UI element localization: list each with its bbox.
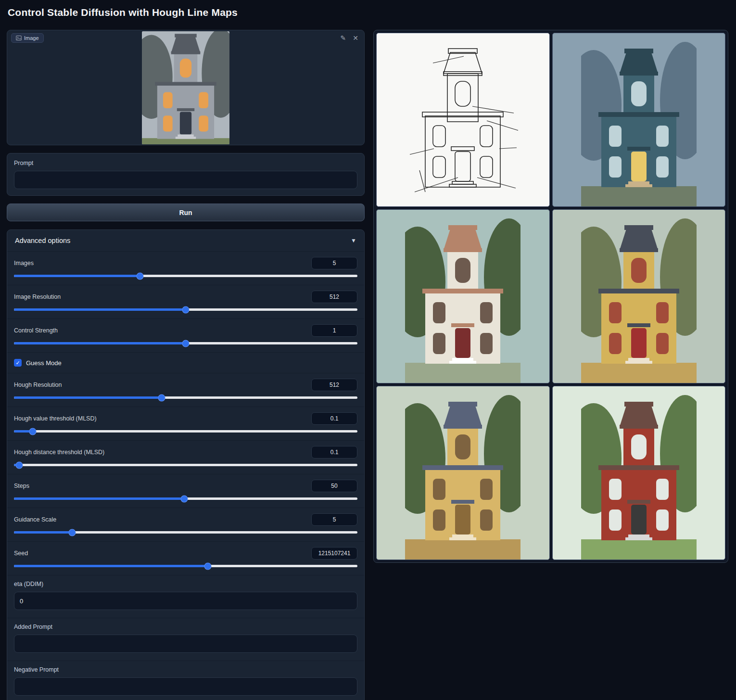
output-gallery bbox=[373, 30, 728, 563]
slider-value-box[interactable]: 0.1 bbox=[311, 412, 357, 425]
slider-row: Seed 1215107241 bbox=[7, 541, 364, 575]
prompt-label: Prompt bbox=[14, 160, 357, 166]
page-title: Control Stable Diffusion with Hough Line… bbox=[8, 7, 238, 18]
slider-handle[interactable] bbox=[204, 562, 212, 570]
slider-value-box[interactable]: 0.1 bbox=[311, 446, 357, 458]
slider-handle[interactable] bbox=[158, 394, 165, 401]
slider-label: Hough Resolution bbox=[14, 382, 62, 388]
slider-value-box[interactable]: 50 bbox=[311, 480, 357, 492]
slider-track[interactable] bbox=[14, 464, 357, 466]
slider-value-box[interactable]: 512 bbox=[311, 291, 357, 303]
slider-handle[interactable] bbox=[181, 495, 188, 502]
slider-track[interactable] bbox=[14, 308, 357, 311]
gallery-item[interactable] bbox=[552, 33, 726, 207]
clear-image-icon[interactable]: ✕ bbox=[353, 34, 358, 42]
slider-track[interactable] bbox=[14, 497, 357, 500]
slider-label: Image Resolution bbox=[14, 293, 61, 300]
slider-label: Hough value threshold (MLSD) bbox=[14, 415, 97, 422]
slider-track[interactable] bbox=[14, 342, 357, 344]
slider-row: Hough value threshold (MLSD) 0.1 bbox=[7, 407, 364, 440]
input-image-preview bbox=[142, 31, 229, 144]
advanced-options-header[interactable]: Advanced options ▼ bbox=[7, 230, 364, 251]
slider-value-box[interactable]: 5 bbox=[311, 513, 357, 526]
edit-image-icon[interactable]: ✎ bbox=[341, 34, 346, 42]
gallery-item[interactable] bbox=[552, 386, 726, 560]
eta-row: eta (DDIM) bbox=[7, 575, 364, 618]
eta-input[interactable] bbox=[14, 592, 357, 610]
slider-value-box[interactable]: 5 bbox=[311, 257, 357, 269]
slider-track[interactable] bbox=[14, 396, 357, 399]
slider-handle[interactable] bbox=[137, 272, 144, 280]
slider-value-box[interactable]: 512 bbox=[311, 379, 357, 391]
slider-value-box[interactable]: 1 bbox=[311, 324, 357, 337]
slider-label: Images bbox=[14, 260, 34, 267]
checkmark-icon: ✓ bbox=[15, 360, 20, 366]
slider-track[interactable] bbox=[14, 531, 357, 534]
added-prompt-input[interactable] bbox=[14, 635, 357, 653]
collapse-caret-icon[interactable]: ▼ bbox=[351, 237, 356, 244]
gallery-item[interactable] bbox=[376, 209, 550, 383]
slider-handle[interactable] bbox=[182, 340, 190, 347]
advanced-options-label: Advanced options bbox=[15, 237, 70, 244]
slider-label: Steps bbox=[14, 483, 29, 489]
slider-label: Hough distance threshold (MLSD) bbox=[14, 449, 104, 456]
slider-handle[interactable] bbox=[182, 306, 190, 313]
slider-label: Control Strength bbox=[14, 327, 58, 334]
negative-prompt-row: Negative Prompt bbox=[7, 661, 364, 700]
slider-label: Seed bbox=[14, 550, 28, 557]
gallery-item[interactable] bbox=[552, 209, 726, 383]
slider-value-box[interactable]: 1215107241 bbox=[311, 547, 357, 560]
negative-prompt-input[interactable] bbox=[14, 677, 357, 696]
slider-handle[interactable] bbox=[69, 529, 76, 536]
added-prompt-label: Added Prompt bbox=[14, 624, 357, 630]
guess-mode-checkbox[interactable]: ✓ bbox=[14, 359, 22, 367]
advanced-options-panel: Advanced options ▼ Images 5 Image Resolu… bbox=[7, 229, 365, 700]
slider-row: Guidance Scale 5 bbox=[7, 508, 364, 541]
slider-row: Control Strength 1 bbox=[7, 318, 364, 352]
image-icon bbox=[16, 35, 22, 41]
run-button[interactable]: Run bbox=[7, 204, 365, 221]
slider-track[interactable] bbox=[14, 565, 357, 567]
prompt-panel: Prompt bbox=[7, 153, 365, 196]
gallery-item[interactable] bbox=[376, 33, 550, 207]
slider-row: Hough Resolution 512 bbox=[7, 373, 364, 407]
slider-row: Image Resolution 512 bbox=[7, 285, 364, 318]
added-prompt-row: Added Prompt bbox=[7, 618, 364, 661]
slider-handle[interactable] bbox=[29, 428, 37, 435]
image-label-chip: Image bbox=[11, 33, 44, 43]
gallery-item[interactable] bbox=[376, 386, 550, 560]
image-input-panel[interactable]: Image ✎ ✕ bbox=[7, 30, 365, 145]
slider-row: Hough distance threshold (MLSD) 0.1 bbox=[7, 440, 364, 474]
slider-track[interactable] bbox=[14, 430, 357, 433]
slider-track[interactable] bbox=[14, 275, 357, 277]
sliders-group-b: Hough Resolution 512 Hough value thresho… bbox=[7, 373, 364, 575]
slider-label: Guidance Scale bbox=[14, 516, 56, 523]
sliders-group-a: Images 5 Image Resolution 512 Control St… bbox=[7, 251, 364, 352]
guess-mode-row[interactable]: ✓ Guess Mode bbox=[7, 352, 364, 373]
negative-prompt-label: Negative Prompt bbox=[14, 666, 357, 673]
image-label: Image bbox=[24, 35, 39, 41]
slider-handle[interactable] bbox=[16, 461, 23, 469]
controls-column: Image ✎ ✕ Prompt Run Advanced options ▼ … bbox=[7, 30, 365, 700]
prompt-input[interactable] bbox=[14, 171, 357, 189]
slider-row: Images 5 bbox=[7, 251, 364, 285]
eta-label: eta (DDIM) bbox=[14, 581, 357, 587]
guess-mode-label: Guess Mode bbox=[26, 359, 62, 367]
slider-row: Steps 50 bbox=[7, 474, 364, 508]
